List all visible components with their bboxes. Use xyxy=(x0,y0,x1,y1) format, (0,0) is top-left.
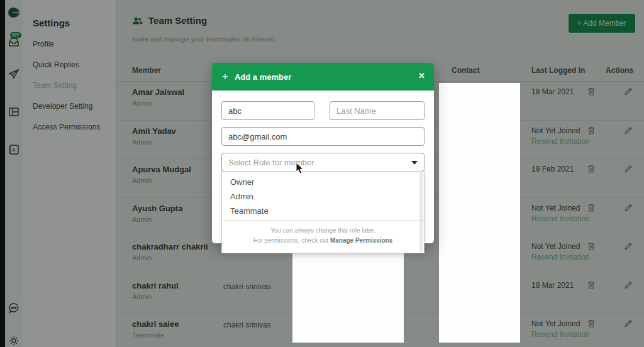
plus-icon: + xyxy=(222,70,228,83)
last-name-input[interactable] xyxy=(330,101,425,120)
modal-body: Select Role for member OwnerAdminTeammat… xyxy=(212,91,434,243)
redaction-box xyxy=(292,248,404,343)
role-option-owner[interactable]: Owner xyxy=(222,175,424,189)
app-window: 527 A Settings ProfileQuick RepliesTeam … xyxy=(0,0,644,347)
role-option-teammate[interactable]: Teammate xyxy=(222,204,424,218)
role-helper-text: You can always change this role later. F… xyxy=(222,220,424,253)
mouse-cursor xyxy=(296,162,304,177)
add-member-modal: + Add a member ✕ Select Role for member … xyxy=(212,63,434,243)
redaction-box xyxy=(439,83,520,343)
role-options: OwnerAdminTeammate xyxy=(222,172,424,220)
close-icon[interactable]: ✕ xyxy=(418,71,425,80)
modal-header: + Add a member ✕ xyxy=(212,63,434,91)
dropdown-scrollbar[interactable] xyxy=(419,172,423,252)
role-select[interactable]: Select Role for member xyxy=(221,153,425,172)
first-name-input[interactable] xyxy=(221,101,314,120)
modal-title: Add a member xyxy=(235,72,291,82)
manage-permissions-link[interactable]: Manage Permissions xyxy=(330,237,392,244)
role-dropdown-panel: OwnerAdminTeammate You can always change… xyxy=(221,171,425,253)
email-input[interactable] xyxy=(221,127,425,146)
chevron-down-icon xyxy=(411,161,418,165)
role-option-admin[interactable]: Admin xyxy=(222,189,424,204)
